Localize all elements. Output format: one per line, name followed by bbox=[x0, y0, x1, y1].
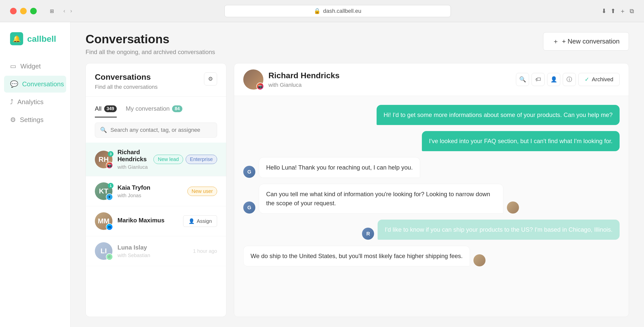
address-bar[interactable]: 🔒 dash.callbell.eu bbox=[224, 5, 451, 17]
analytics-icon: ⤴ bbox=[10, 98, 13, 106]
conv-tags-richard: New lead Enterprise bbox=[153, 155, 217, 164]
panel-title: Conversations bbox=[95, 72, 157, 82]
chat-avatar-wrap: 📷 bbox=[243, 69, 263, 90]
panel-settings-button[interactable]: ⚙ bbox=[204, 72, 217, 86]
gear-icon: ⚙ bbox=[208, 76, 213, 82]
conv-name-kaia: Kaia Tryfon bbox=[117, 184, 182, 191]
conversations-panel: Conversations Find all the conversations… bbox=[86, 63, 226, 317]
page-title: Conversations bbox=[86, 32, 215, 46]
conv-name-luna: Luna Islay bbox=[117, 244, 188, 251]
chat-search-button[interactable]: 🔍 bbox=[516, 73, 529, 86]
conv-info-richard: Richard Hendricks with Gianluca bbox=[117, 149, 148, 170]
panel-header: Conversations Find all the conversations… bbox=[86, 63, 226, 97]
conversation-item-luna[interactable]: LI ✆ Luna Islay with Sebastian 1 hour ag… bbox=[86, 236, 226, 266]
tag-icon: 🏷 bbox=[535, 76, 541, 83]
conv-sub-luna: with Sebastian bbox=[117, 253, 188, 258]
logo: 🔔 callbell bbox=[0, 32, 70, 58]
tab-all[interactable]: All 349 bbox=[95, 102, 117, 117]
logo-text: callbell bbox=[27, 34, 56, 44]
chat-user-sub: with Gianluca bbox=[268, 82, 511, 88]
conv-sub-kaia: with Jonas bbox=[117, 193, 182, 198]
panel-header-text: Conversations Find all the conversations bbox=[95, 72, 157, 90]
browser-nav-buttons: ‹ › bbox=[62, 8, 74, 14]
chat-header: 📷 Richard Hendricks with Gianluca 🔍 🏷 bbox=[234, 63, 629, 96]
new-conversation-label: + New conversation bbox=[562, 37, 620, 45]
widget-icon: ▭ bbox=[10, 62, 16, 70]
chat-info-button[interactable]: ⓘ bbox=[563, 73, 576, 86]
close-button[interactable] bbox=[10, 8, 17, 14]
tag-enterprise: Enterprise bbox=[186, 155, 217, 164]
conv-name-mariko: Mariko Maximus bbox=[117, 217, 178, 224]
sidebar-item-settings[interactable]: ⚙ Settings bbox=[4, 111, 66, 128]
tab-all-badge: 349 bbox=[104, 105, 117, 112]
chat-messages: Hi! I'd to get some more informations ab… bbox=[234, 96, 629, 317]
messenger-badge-mariko: m bbox=[106, 223, 113, 230]
message-row-2: I've looked into your FAQ section, but I… bbox=[243, 131, 620, 151]
sidebar-item-analytics[interactable]: ⤴ Analytics bbox=[4, 94, 66, 110]
panel-panel-subtitle: Find all the conversations bbox=[95, 84, 157, 90]
back-button[interactable]: ‹ bbox=[62, 8, 67, 14]
sidebar-toggle-button[interactable]: ⊞ bbox=[47, 7, 57, 16]
agent-avatar-2: G bbox=[243, 201, 255, 214]
tabs-icon[interactable]: ⧉ bbox=[630, 8, 634, 15]
sidebar-item-label-widget: Widget bbox=[20, 62, 41, 70]
message-bubble-4: Can you tell me what kind of information… bbox=[259, 184, 503, 214]
notification-dot-kaia: 1 bbox=[108, 183, 113, 188]
assign-button-mariko[interactable]: 👤 Assign bbox=[183, 215, 217, 227]
conversation-item-mariko[interactable]: MM m Mariko Maximus 👤 Assign bbox=[86, 206, 226, 236]
archived-button[interactable]: ✓ Archived bbox=[578, 73, 620, 86]
conv-name-richard: Richard Hendricks bbox=[117, 149, 148, 163]
chat-panel: 📷 Richard Hendricks with Gianluca 🔍 🏷 bbox=[234, 63, 629, 317]
settings-icon: ⚙ bbox=[10, 116, 16, 124]
minimize-button[interactable] bbox=[20, 8, 27, 14]
info-icon: ⓘ bbox=[567, 76, 572, 83]
chat-tag-button[interactable]: 🏷 bbox=[532, 73, 545, 86]
sidebar-item-conversations[interactable]: 💬 Conversations bbox=[4, 76, 66, 93]
sidebar-item-label-analytics: Analytics bbox=[17, 98, 44, 106]
assign-icon: 👤 bbox=[188, 218, 195, 224]
content-panels: Conversations Find all the conversations… bbox=[70, 63, 644, 327]
tag-new-user: New user bbox=[187, 187, 217, 196]
agent-avatar-1: G bbox=[243, 166, 255, 178]
maximize-button[interactable] bbox=[30, 8, 37, 14]
conversation-item-kaia[interactable]: KT ✈ 1 Kaia Tryfon with Jonas New user bbox=[86, 176, 226, 206]
tab-my-conversation[interactable]: My conversation 84 bbox=[126, 102, 182, 117]
tab-all-label: All bbox=[95, 105, 102, 112]
avatar-wrap-kaia: KT ✈ 1 bbox=[95, 182, 112, 200]
sidebar-item-widget[interactable]: ▭ Widget bbox=[4, 58, 66, 75]
download-icon[interactable]: ⬇ bbox=[601, 8, 607, 15]
search-input[interactable] bbox=[110, 127, 212, 133]
conv-sub-richard: with Gianluca bbox=[117, 164, 148, 170]
tabs-row: All 349 My conversation 84 bbox=[86, 97, 226, 117]
forward-button[interactable]: › bbox=[69, 8, 73, 14]
agent-avatar-photo-2 bbox=[507, 201, 519, 214]
sidebar-nav: ▭ Widget 💬 Conversations ⤴ Analytics ⚙ S… bbox=[0, 58, 70, 128]
app-window: 🔔 callbell ▭ Widget 💬 Conversations ⤴ An… bbox=[0, 22, 644, 327]
avatar-wrap-mariko: MM m bbox=[95, 212, 112, 230]
sidebar: 🔔 callbell ▭ Widget 💬 Conversations ⤴ An… bbox=[0, 22, 70, 327]
share-icon[interactable]: ⬆ bbox=[611, 8, 616, 15]
new-tab-icon[interactable]: ＋ bbox=[620, 7, 626, 15]
plus-icon: ＋ bbox=[552, 37, 559, 46]
sidebar-item-label-conversations: Conversations bbox=[22, 80, 64, 88]
new-conversation-button[interactable]: ＋ + New conversation bbox=[543, 32, 629, 51]
message-row-4: G Can you tell me what kind of informati… bbox=[243, 184, 620, 214]
main-content: Conversations Find all the ongoing, and … bbox=[70, 22, 644, 327]
logo-icon: 🔔 bbox=[10, 32, 23, 45]
conversation-item-richard[interactable]: RH 📷 3 Richard Hendricks with Gianluca N… bbox=[86, 143, 226, 176]
page-header: Conversations Find all the ongoing, and … bbox=[70, 22, 644, 63]
conv-tags-kaia: New user bbox=[187, 187, 217, 196]
assign-label: Assign bbox=[197, 218, 212, 224]
chat-header-actions: 🔍 🏷 👤 ⓘ ✓ Archived bbox=[516, 73, 620, 86]
assign-user-icon: 👤 bbox=[550, 76, 557, 83]
message-bubble-3: Hello Luna! Thank you for reaching out, … bbox=[259, 157, 420, 178]
url-text: dash.callbell.eu bbox=[323, 8, 361, 14]
user-avatar-3: R bbox=[362, 228, 374, 240]
notification-dot-richard: 3 bbox=[108, 151, 113, 157]
tab-my-label: My conversation bbox=[126, 105, 170, 112]
chat-assign-button[interactable]: 👤 bbox=[547, 73, 560, 86]
avatar-wrap-richard: RH 📷 3 bbox=[95, 151, 112, 168]
tag-new-lead: New lead bbox=[153, 155, 183, 164]
message-row-3: G Hello Luna! Thank you for reaching out… bbox=[243, 157, 620, 178]
whatsapp-badge-luna: ✆ bbox=[106, 253, 113, 260]
